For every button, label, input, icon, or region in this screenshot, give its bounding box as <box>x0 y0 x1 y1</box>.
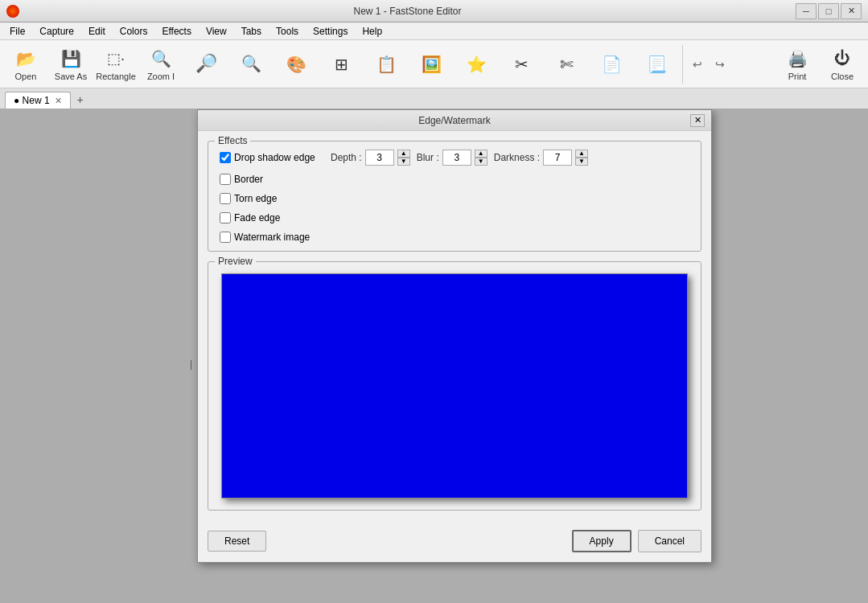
watermark-checkbox-label[interactable]: Watermark image <box>220 232 324 243</box>
zoom-opts-button[interactable]: 🔍 <box>230 43 272 85</box>
darkness-up-button[interactable]: ▲ <box>575 150 588 158</box>
menu-capture[interactable]: Capture <box>33 24 80 39</box>
zoom-in-label: Zoom I <box>147 72 175 81</box>
menu-edit[interactable]: Edit <box>82 24 112 39</box>
undo-redo-group: ↩ ↪ <box>688 55 730 74</box>
torn-edge-row: Torn edge <box>220 193 689 204</box>
darkness-spinners: ▲ ▼ <box>575 150 588 166</box>
image-icon: 🖼️ <box>418 51 444 77</box>
menu-view[interactable]: View <box>200 24 233 39</box>
app-window: New 1 - FastStone Editor ─ □ ✕ File Capt… <box>0 0 868 603</box>
drop-shadow-checkbox[interactable] <box>220 152 231 163</box>
menu-settings[interactable]: Settings <box>306 24 354 39</box>
restore-button[interactable]: □ <box>818 3 839 19</box>
tab-new1-label: ● New 1 <box>14 95 50 106</box>
border-label: Border <box>234 174 263 185</box>
blur-down-button[interactable]: ▼ <box>475 158 487 166</box>
torn-edge-checkbox[interactable] <box>220 193 231 204</box>
drop-shadow-row: Drop shadow edge Depth : ▲ ▼ Blur : <box>220 150 689 166</box>
print-label: Print <box>788 72 807 81</box>
enhance-btn[interactable]: ⭐ <box>455 43 497 85</box>
darkness-input[interactable] <box>543 150 572 166</box>
paste-btn[interactable]: 📋 <box>365 43 407 85</box>
image-btn[interactable]: 🖼️ <box>410 43 452 85</box>
menu-tabs[interactable]: Tabs <box>235 24 268 39</box>
blur-group: Blur : ▲ ▼ <box>417 150 487 166</box>
drop-shadow-label: Drop shadow edge <box>234 152 315 163</box>
crop-icon: ✂ <box>508 51 534 77</box>
blur-up-button[interactable]: ▲ <box>475 150 487 158</box>
minimize-button[interactable]: ─ <box>796 3 817 19</box>
menu-bar: File Capture Edit Colors Effects View Ta… <box>0 23 868 40</box>
save-as-button[interactable]: 💾 Save As <box>50 43 92 85</box>
close-button[interactable]: ✕ <box>841 3 862 19</box>
zoom-in-icon: 🔍 <box>148 47 174 70</box>
tab-new1[interactable]: ● New 1 ✕ <box>5 92 71 109</box>
border-checkbox-label[interactable]: Border <box>220 174 324 185</box>
drop-shadow-checkbox-label[interactable]: Drop shadow edge <box>220 152 324 163</box>
rectangle-icon: ⬚· <box>103 47 129 70</box>
close-tool-button[interactable]: ⏻ Close <box>821 43 863 85</box>
open-label: Open <box>15 72 37 81</box>
color-btn[interactable]: 🎨 <box>275 43 317 85</box>
app-title: New 1 - FastStone Editor <box>353 6 461 17</box>
edge-watermark-dialog: Edge/Watermark ✕ Effects Drop shadow edg… <box>197 109 712 563</box>
dialog-close-button[interactable]: ✕ <box>690 114 705 127</box>
watermark-row: Watermark image <box>220 232 689 243</box>
menu-help[interactable]: Help <box>356 24 389 39</box>
crop-btn[interactable]: ✂ <box>500 43 542 85</box>
open-button[interactable]: 📂 Open <box>5 43 47 85</box>
zoom-out-icon: 🔎 <box>193 51 219 76</box>
effects-group-label: Effects <box>215 135 250 146</box>
menu-tools[interactable]: Tools <box>269 24 305 39</box>
dialog-body: Effects Drop shadow edge Depth : ▲ <box>198 131 711 530</box>
copy-btn[interactable]: 📄 <box>590 43 632 85</box>
watermark-checkbox[interactable] <box>220 232 231 243</box>
blur-input[interactable] <box>442 150 471 166</box>
redo-button[interactable]: ↪ <box>710 55 730 74</box>
clipboard-btn[interactable]: 📃 <box>636 43 677 85</box>
zoom-out-button[interactable]: 🔎 <box>185 43 227 85</box>
effects-group: Effects Drop shadow edge Depth : ▲ <box>208 141 701 252</box>
zoom-in-button[interactable]: 🔍 Zoom I <box>140 43 182 85</box>
enhance-icon: ⭐ <box>463 51 489 77</box>
paste-icon: 📋 <box>373 51 399 77</box>
zoom-opts-icon: 🔍 <box>238 51 264 76</box>
rectangle-button[interactable]: ⬚· Rectangle <box>95 43 137 85</box>
depth-up-button[interactable]: ▲ <box>397 150 410 158</box>
depth-down-button[interactable]: ▼ <box>397 158 410 166</box>
apply-button[interactable]: Apply <box>572 530 631 552</box>
tab-new1-close[interactable]: ✕ <box>55 96 62 106</box>
cancel-button[interactable]: Cancel <box>638 530 701 552</box>
copy-icon: 📄 <box>599 51 624 77</box>
darkness-down-button[interactable]: ▼ <box>575 158 588 166</box>
blur-spinners: ▲ ▼ <box>475 150 487 166</box>
menu-file[interactable]: File <box>3 24 31 39</box>
title-bar-controls: ─ □ ✕ <box>796 3 862 19</box>
clipboard-icon: 📃 <box>644 51 669 77</box>
toolbar-separator <box>682 45 683 84</box>
cut-icon: ✄ <box>553 51 579 77</box>
title-bar: New 1 - FastStone Editor ─ □ ✕ <box>0 0 868 23</box>
depth-input[interactable] <box>365 150 394 166</box>
title-bar-left <box>6 5 19 18</box>
fade-edge-checkbox-label[interactable]: Fade edge <box>220 212 324 224</box>
cut-btn[interactable]: ✄ <box>545 43 587 85</box>
menu-effects[interactable]: Effects <box>155 24 197 39</box>
border-checkbox[interactable] <box>220 174 231 185</box>
print-icon: 🖨️ <box>784 47 810 70</box>
close-tool-icon: ⏻ <box>829 47 855 70</box>
fade-edge-checkbox[interactable] <box>220 212 231 224</box>
print-button[interactable]: 🖨️ Print <box>776 43 818 85</box>
watermark-label: Watermark image <box>234 232 310 243</box>
footer-right: Apply Cancel <box>572 530 701 552</box>
torn-edge-checkbox-label[interactable]: Torn edge <box>220 193 324 204</box>
screens-btn[interactable]: ⊞ <box>320 43 362 85</box>
preview-canvas <box>221 273 688 498</box>
save-as-icon: 💾 <box>58 47 84 70</box>
reset-button[interactable]: Reset <box>208 531 266 552</box>
tab-add-button[interactable]: + <box>71 91 90 109</box>
menu-colors[interactable]: Colors <box>113 24 154 39</box>
undo-button[interactable]: ↩ <box>688 55 707 74</box>
toolbar: 📂 Open 💾 Save As ⬚· Rectangle 🔍 Zoom I 🔎… <box>0 40 868 88</box>
